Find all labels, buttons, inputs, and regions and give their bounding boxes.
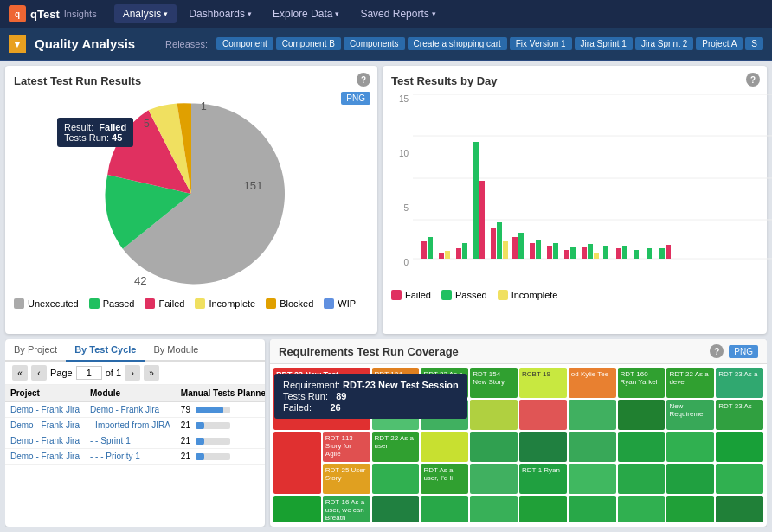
svg-rect-12 [445,251,450,259]
grid-cell[interactable] [470,432,518,462]
grid-cell[interactable]: RDT-160 Ryan Yarkel [618,368,666,398]
svg-rect-14 [462,243,467,259]
page-input[interactable] [76,366,102,380]
pagination-bar: « ‹ Page of 1 › » [5,362,265,385]
tab-by-project[interactable]: By Project [5,339,66,362]
tooltip-result: Result: Failed [64,122,126,132]
grid-cell[interactable] [519,400,567,430]
coverage-title: Requirements Test Run Coverage [279,345,459,358]
coverage-help-icon[interactable]: ? [710,344,724,358]
row-module[interactable]: - Imported from JIRA [85,418,176,433]
grid-cell[interactable] [421,432,468,462]
legend-color-blocked [266,298,276,309]
release-tag-component-b[interactable]: Component B [276,37,341,50]
grid-cell[interactable] [519,432,567,462]
grid-cell[interactable]: RDT-113 Story for Agile [323,432,370,462]
coverage-png-button[interactable]: PNG [729,345,758,358]
release-tag-project-a[interactable]: Project A [696,37,743,50]
pie-panel-title: Latest Test Run Results [14,74,369,87]
grid-cell[interactable] [470,496,518,522]
grid-cell[interactable] [569,464,616,494]
legend-color-failed [391,290,402,300]
release-tag-s[interactable]: S [745,37,763,50]
grid-cell[interactable]: RDT-16 As a user, we can Breath [323,496,370,522]
tab-by-module[interactable]: By Module [145,339,207,362]
grid-cell[interactable]: RDT As a user, I'd li [421,464,468,494]
grid-cell[interactable] [716,432,763,462]
bottom-left-panel: By Project By Test Cycle By Module « ‹ P… [5,339,265,527]
grid-cell[interactable] [519,496,567,522]
grid-cell[interactable]: RDT-33 As a [716,368,763,398]
table-row: Demo - Frank Jira Demo - Frank Jira 79 1… [5,402,265,418]
release-tag-shopping-cart[interactable]: Create a shopping cart [408,37,507,50]
svg-text:42: 42 [134,274,147,287]
release-tag-jira-sprint1[interactable]: Jira Sprint 1 [575,37,633,50]
row-module[interactable]: - - - Priority 1 [85,449,176,465]
tab-by-test-cycle[interactable]: By Test Cycle [66,339,145,362]
grid-cell[interactable] [421,496,468,522]
grid-cell[interactable]: RDT-22 As a devel [666,368,714,398]
pie-help-icon[interactable]: ? [357,73,370,87]
grid-cell[interactable] [273,432,321,494]
release-tag-components[interactable]: Components [344,37,405,50]
bar-help-icon[interactable]: ? [746,73,760,87]
row-project[interactable]: Demo - Frank Jira [5,433,85,449]
tooltip-tests-run: Tests Run: 45 [64,132,126,143]
svg-rect-22 [530,243,535,259]
grid-cell[interactable]: RDT-22 As a user [372,432,420,462]
grid-cell[interactable] [618,496,666,522]
svg-rect-30 [594,253,599,259]
grid-cell[interactable] [666,496,714,522]
pagination-first-button[interactable]: « [12,365,28,381]
grid-cell[interactable] [569,400,616,430]
row-project[interactable]: Demo - Frank Jira [5,418,85,433]
release-tag-fix-version[interactable]: Fix Version 1 [510,37,572,50]
svg-rect-32 [616,248,621,259]
row-module[interactable]: Demo - Frank Jira [85,402,176,418]
tooltip-failed: Failed: 26 [283,402,459,413]
nav-analysis[interactable]: Analysis ▾ [114,4,177,23]
grid-cell[interactable] [470,400,518,430]
legend-failed: Failed [145,298,184,309]
grid-cell[interactable] [273,496,321,522]
row-module[interactable]: - - Sprint 1 [85,433,176,449]
grid-cell[interactable] [569,496,616,522]
release-tag-jira-sprint2[interactable]: Jira Sprint 2 [635,37,693,50]
grid-cell[interactable] [716,496,763,522]
row-project[interactable]: Demo - Frank Jira [5,449,85,465]
table-row: Demo - Frank Jira - - Sprint 1 21 8 (38 [5,433,265,449]
nav-saved-reports[interactable]: Saved Reports ▾ [351,4,444,23]
logo-text: qTest [30,8,60,21]
grid-cell[interactable]: RDT-25 User Story [323,464,370,494]
grid-cell[interactable] [716,464,763,494]
bar-chart-svg [413,94,772,263]
grid-cell[interactable] [618,432,666,462]
pagination-last-button[interactable]: » [144,365,159,381]
grid-cell[interactable] [569,432,616,462]
svg-rect-23 [536,240,541,259]
grid-cell[interactable]: RDT-154 New Story [470,368,518,398]
grid-cell[interactable] [470,464,518,494]
nav-dashboards[interactable]: Dashboards ▾ [180,4,261,23]
grid-cell[interactable]: RDT-33 As [716,400,763,430]
grid-cell[interactable] [666,464,714,494]
grid-cell[interactable] [618,400,666,430]
grid-cell[interactable] [372,464,420,494]
grid-cell[interactable] [372,496,420,522]
filter-icon[interactable]: ▼ [9,35,26,53]
release-tag-component[interactable]: Component [216,37,273,50]
grid-cell[interactable] [666,432,714,462]
grid-cell[interactable]: od Kylie Tee [569,368,616,398]
grid-cell[interactable]: RCBT-19 [519,368,567,398]
grid-cell[interactable]: New Requireme [666,400,714,430]
legend-color-incomplete [498,290,508,300]
row-project[interactable]: Demo - Frank Jira [5,402,85,418]
grid-cell[interactable] [618,464,666,494]
pie-legend: Unexecuted Passed Failed Incomplete Bloc… [14,298,369,309]
pagination-prev-button[interactable]: ‹ [31,365,47,381]
data-table-container: Project Module Manual Tests Planned Manu… [5,385,265,508]
nav-explore-data[interactable]: Explore Data ▾ [264,4,348,23]
pagination-next-button[interactable]: › [125,365,140,381]
grid-cell[interactable]: RDT-1 Ryan [519,464,567,494]
page-title: Quality Analysis [35,36,135,51]
